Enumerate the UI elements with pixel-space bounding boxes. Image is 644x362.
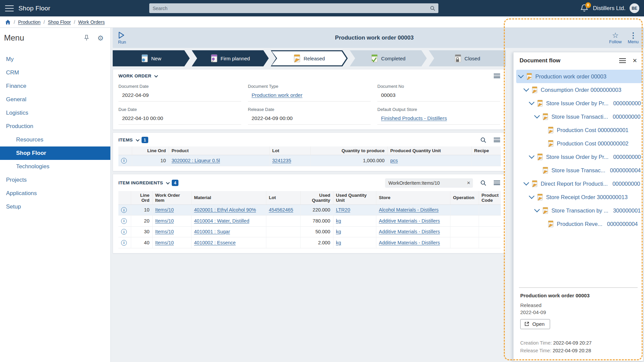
sidebar-item-resources[interactable]: Resources (0, 133, 110, 146)
info-icon[interactable]: i (121, 207, 127, 213)
chevron-down-icon[interactable] (529, 100, 535, 105)
notifications-button[interactable]: 0 (580, 4, 589, 13)
stage-completed[interactable]: Completed (350, 50, 427, 66)
document-flow-menu-icon[interactable] (619, 58, 626, 63)
unit-link[interactable]: LTR20 (336, 207, 350, 213)
tree-item[interactable]: Store Issue Transac...0000000004 (516, 164, 642, 177)
material-link[interactable]: 4020001 : Ethyl Alcohol 90% (194, 207, 256, 213)
hamburger-menu-icon[interactable] (5, 5, 14, 11)
work-order-item-link[interactable]: Items/10 (155, 218, 174, 224)
items-menu-icon[interactable] (494, 138, 500, 142)
chevron-down-icon[interactable] (529, 153, 535, 159)
store-link[interactable]: Additive Materials - Distillers (379, 229, 440, 234)
breadcrumb-shop-floor[interactable]: Shop Floor (48, 19, 71, 25)
breadcrumb-work-orders[interactable]: Work Orders (78, 19, 105, 25)
clear-filter-icon[interactable]: × (467, 180, 470, 186)
due-date-value[interactable]: 2022-04-10 00:00 (118, 114, 241, 125)
stage-closed[interactable]: Closed (429, 50, 506, 66)
items-section-title[interactable]: ITEMS (118, 137, 133, 142)
tree-item[interactable]: Store Transaction by ...300000001 (516, 204, 642, 217)
unit-link[interactable]: kg (336, 229, 341, 234)
sidebar-item-applications[interactable]: Applications (0, 187, 110, 200)
ingredient-row[interactable]: i 40 Items/10 4010002 : Essence 2.000 kg… (118, 237, 501, 248)
tree-item[interactable]: Store Issue Order by Pr...000000000 (516, 97, 642, 110)
tree-item[interactable]: Direct Report for Producti...000000000 (516, 177, 642, 190)
tree-item[interactable]: Store Issue Transacti...000000000 (516, 110, 642, 123)
lot-link[interactable]: 3241235 (272, 158, 291, 163)
sidebar-item-production[interactable]: Production (0, 120, 110, 133)
follow-button[interactable]: ☆ Follow (609, 32, 622, 44)
chevron-down-icon[interactable] (518, 73, 524, 78)
breadcrumb-production[interactable]: Production (18, 19, 41, 25)
search-icon[interactable] (430, 6, 438, 11)
sidebar-item-my[interactable]: My (0, 53, 110, 66)
material-link[interactable]: 4010001 : Sugar (194, 229, 230, 234)
store-link[interactable]: Alcohol Materials - Distillers (379, 207, 439, 213)
document-type-link[interactable]: Production work order (252, 92, 303, 98)
unit-link[interactable]: pcs (390, 158, 398, 163)
work-order-menu-icon[interactable] (494, 74, 500, 78)
chevron-down-icon[interactable] (534, 113, 540, 119)
company-name[interactable]: Distillers Ltd. (593, 5, 626, 12)
unit-link[interactable]: kg (336, 240, 341, 245)
work-order-section-title[interactable]: WORK ORDER (118, 73, 151, 78)
default-output-store-link[interactable]: Finished Products - Distillers (381, 115, 447, 121)
sidebar-item-general[interactable]: General (0, 93, 110, 106)
chevron-down-icon[interactable] (524, 180, 529, 186)
stage-released[interactable]: Released (271, 50, 348, 66)
item-ingredients-section-title[interactable]: ITEM INGREDIENTS (118, 180, 163, 185)
work-order-item-link[interactable]: Items/10 (155, 240, 174, 245)
chevron-down-icon[interactable] (524, 86, 529, 92)
unit-link[interactable]: kg (336, 218, 341, 224)
stage-firm-planned[interactable]: Firm planned (192, 50, 269, 66)
material-link[interactable]: 4010004 : Water, Distilled (194, 218, 250, 224)
close-icon[interactable]: × (633, 57, 637, 64)
open-button[interactable]: Open (520, 319, 550, 329)
tree-item[interactable]: Store Issue Order by Pr...000000000 (516, 150, 642, 164)
tree-item[interactable]: Production Reve...0000000004 (516, 217, 642, 231)
run-button[interactable]: Run (113, 32, 140, 45)
tree-item[interactable]: Production Cost 0000000001 (516, 123, 642, 137)
stage-new[interactable]: New (113, 50, 190, 66)
pin-icon[interactable] (84, 35, 89, 41)
info-icon[interactable]: i (121, 229, 127, 235)
search-input[interactable] (149, 6, 430, 11)
info-icon[interactable]: i (121, 218, 127, 224)
items-search-icon[interactable] (480, 137, 486, 143)
ingredient-row[interactable]: i 20 Items/10 4010004 : Water, Distilled… (118, 216, 501, 227)
chevron-down-icon[interactable] (529, 193, 535, 199)
lot-link[interactable]: 454562465 (269, 207, 293, 213)
tree-item[interactable]: Production work order 00003 (516, 70, 642, 83)
ingredient-row[interactable]: i 10 Items/10 4020001 : Ethyl Alcohol 90… (118, 204, 501, 216)
ingredient-row[interactable]: i 30 Items/10 4010001 : Sugar 50.000 kg … (118, 226, 501, 237)
product-link[interactable]: 3020002 : Liqueur 0.5l (172, 158, 220, 163)
info-icon[interactable]: i (121, 240, 127, 246)
work-order-item-link[interactable]: Items/10 (155, 207, 174, 213)
tree-item[interactable]: Production Cost 0000000002 (516, 137, 642, 150)
release-date-value[interactable]: 2022-04-09 00:00 (248, 114, 371, 125)
home-icon[interactable] (5, 19, 11, 25)
document-menu-button[interactable]: ⋮ Menu (628, 32, 639, 44)
document-no-value[interactable]: 00003 (377, 91, 500, 102)
sidebar-item-finance[interactable]: Finance (0, 79, 110, 93)
store-link[interactable]: Additive Materials - Distillers (379, 240, 440, 245)
sidebar-item-setup[interactable]: Setup (0, 200, 110, 214)
tree-item[interactable]: Consumption Order 0000000003 (516, 83, 642, 97)
avatar[interactable]: BE (630, 3, 639, 13)
work-order-item-link[interactable]: Items/10 (155, 229, 174, 234)
sidebar-item-projects[interactable]: Projects (0, 173, 110, 187)
sidebar-item-logistics[interactable]: Logistics (0, 106, 110, 120)
sidebar-item-technologies[interactable]: Technologies (0, 160, 110, 173)
store-link[interactable]: Additive Materials - Distillers (379, 218, 440, 224)
gear-icon[interactable]: ⚙ (97, 35, 104, 42)
ingredients-search-icon[interactable] (480, 180, 486, 186)
document-date-value[interactable]: 2022-04-09 (118, 91, 241, 102)
info-icon[interactable]: i (121, 158, 127, 164)
sidebar-item-crm[interactable]: CRM (0, 66, 110, 79)
ingredients-menu-icon[interactable] (494, 181, 500, 185)
chevron-down-icon[interactable] (534, 207, 540, 213)
material-link[interactable]: 4010002 : Essence (194, 240, 236, 245)
items-row[interactable]: i 10 3020002 : Liqueur 0.5l 3241235 1,00… (118, 155, 501, 166)
tree-item[interactable]: Store Receipt Order 3000000013 (516, 190, 642, 204)
sidebar-item-shop-floor[interactable]: Shop Floor (0, 146, 110, 160)
